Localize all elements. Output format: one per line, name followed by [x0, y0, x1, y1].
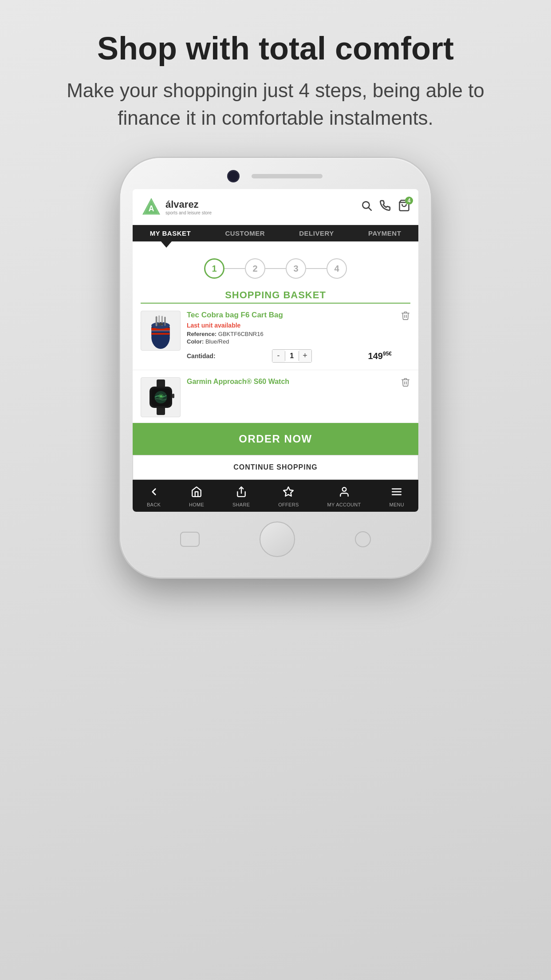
product-2-name: Garmin Approach® S60 Watch: [187, 377, 392, 386]
nav-step-customer[interactable]: CUSTOMER: [225, 229, 265, 237]
product-1-price: 14995€: [368, 351, 392, 361]
step-line-2: [265, 268, 286, 269]
phone-bottom-bar: [133, 512, 418, 564]
share-icon: [236, 486, 247, 500]
nav-home-label: HOME: [189, 502, 204, 507]
phone-recent-apps-btn[interactable]: [180, 532, 200, 547]
basket-title: SHOPPING BASKET: [141, 286, 410, 304]
product-2-image: [141, 377, 181, 417]
nav-share-label: SHARE: [232, 502, 250, 507]
home-icon: [191, 486, 202, 500]
phone-mockup: A álvarez sports and leisure store: [120, 158, 431, 577]
cart-icon[interactable]: 4: [398, 199, 410, 215]
bottom-nav: BACK HOME SHARE: [133, 480, 418, 512]
nav-home[interactable]: HOME: [189, 486, 204, 507]
svg-point-22: [160, 395, 162, 398]
app-logo: A álvarez sports and leisure store: [141, 196, 212, 217]
product-1-reference: Reference: GBKTF6CBNR16: [187, 331, 392, 337]
progress-steps: 1 2 3 4: [133, 248, 418, 286]
menu-icon: [391, 486, 402, 500]
back-icon: [148, 486, 160, 500]
product-1-last-unit: Last unit available: [187, 322, 392, 329]
step-2-dot[interactable]: 2: [245, 258, 265, 279]
product-1-qty-label: Cantidad:: [187, 352, 216, 360]
logo-name: álvarez: [165, 199, 212, 210]
header-icons: 4: [361, 199, 410, 215]
page-header: Shop with total comfort Make your shoppi…: [0, 0, 551, 149]
svg-rect-11: [156, 316, 157, 326]
product-1-name: Tec Cobra bag F6 Cart Bag: [187, 311, 392, 320]
nav-menu[interactable]: MENU: [389, 486, 404, 507]
svg-rect-17: [157, 379, 165, 387]
svg-rect-18: [157, 407, 165, 415]
qty-plus-btn-1[interactable]: +: [299, 350, 311, 362]
product-2-delete-icon[interactable]: [401, 377, 410, 389]
phone-speaker: [252, 174, 323, 178]
offers-icon: [283, 486, 294, 500]
step-line-1: [224, 268, 245, 269]
app-header: A álvarez sports and leisure store: [133, 189, 418, 225]
svg-rect-16: [151, 330, 170, 331]
nav-step-basket[interactable]: MY BASKET: [150, 229, 191, 237]
phone-home-btn[interactable]: [260, 522, 295, 557]
logo-tagline: sports and leisure store: [165, 210, 212, 215]
nav-account-label: MY ACCOUNT: [327, 502, 361, 507]
nav-offers-label: OFFERS: [278, 502, 299, 507]
step-line-3: [306, 268, 327, 269]
product-1-qty-row: Cantidad: - 1 + 14995€: [187, 349, 392, 363]
search-icon[interactable]: [361, 200, 372, 214]
nav-back-label: BACK: [147, 502, 161, 507]
product-item-1: Tec Cobra bag F6 Cart Bag Last unit avai…: [133, 304, 418, 370]
step-1-dot[interactable]: 1: [204, 258, 224, 279]
step-3-dot[interactable]: 3: [286, 258, 306, 279]
nav-share[interactable]: SHARE: [232, 486, 250, 507]
phone-back-btn[interactable]: [355, 531, 371, 547]
svg-rect-15: [158, 323, 163, 325]
product-1-delete-icon[interactable]: [401, 311, 410, 323]
step-4-dot[interactable]: 4: [327, 258, 347, 279]
phone-top-bar: [133, 171, 418, 181]
product-2-info: Garmin Approach® S60 Watch: [187, 377, 392, 387]
nav-account[interactable]: MY ACCOUNT: [327, 486, 361, 507]
svg-rect-14: [165, 316, 166, 326]
logo-icon: A: [141, 196, 162, 217]
product-1-info: Tec Cobra bag F6 Cart Bag Last unit avai…: [187, 311, 392, 362]
page-subtitle: Make your shoppingin just 4 steps, being…: [35, 77, 516, 131]
page-title: Shop with total comfort: [35, 31, 516, 66]
svg-point-27: [342, 487, 346, 491]
product-1-image: [141, 311, 181, 351]
nav-step-payment[interactable]: PAYMENT: [368, 229, 401, 237]
account-icon: [338, 486, 350, 500]
phone-camera: [228, 171, 238, 181]
order-now-button[interactable]: ORDER NOW: [133, 423, 418, 455]
nav-step-delivery[interactable]: DELIVERY: [299, 229, 334, 237]
nav-menu-label: MENU: [389, 502, 404, 507]
svg-text:A: A: [149, 205, 154, 213]
svg-rect-9: [151, 333, 170, 335]
qty-number-1: 1: [285, 351, 299, 361]
phone-icon[interactable]: [379, 200, 391, 214]
nav-offers[interactable]: OFFERS: [278, 486, 299, 507]
product-1-color: Color: Blue/Red: [187, 338, 392, 345]
product-item-2: Garmin Approach® S60 Watch: [133, 370, 418, 423]
cart-badge: 4: [405, 197, 413, 205]
svg-line-4: [369, 208, 371, 210]
svg-rect-24: [172, 394, 174, 398]
phone-screen: A álvarez sports and leisure store: [133, 189, 418, 511]
svg-marker-26: [284, 487, 294, 496]
nav-steps-bar: MY BASKET CUSTOMER DELIVERY PAYMENT: [133, 225, 418, 241]
nav-back[interactable]: BACK: [147, 486, 161, 507]
continue-shopping-button[interactable]: CONTINUE SHOPPING: [133, 455, 418, 480]
qty-minus-btn-1[interactable]: -: [272, 350, 285, 362]
quantity-controls-1: - 1 +: [272, 349, 312, 363]
